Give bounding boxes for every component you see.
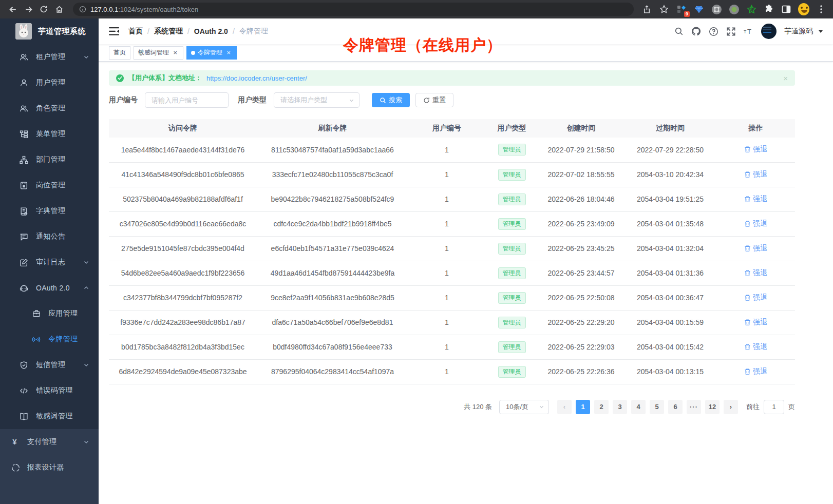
- doc-alert: 【用户体系】文档地址： https://doc.iocoder.cn/user-…: [109, 70, 795, 86]
- site-info-icon[interactable]: [79, 6, 86, 13]
- sidebar-item-post[interactable]: 岗位管理: [0, 172, 99, 198]
- bookmark-star-icon[interactable]: [658, 4, 670, 15]
- sidebar-item-oauth2-app[interactable]: 应用管理: [0, 301, 99, 326]
- force-logout-link[interactable]: 强退: [744, 342, 767, 352]
- page-button-12[interactable]: 12: [705, 400, 720, 414]
- cell-expire-time: 2022-07-29 22:28:50: [624, 138, 716, 162]
- force-logout-link[interactable]: 强退: [744, 195, 767, 204]
- close-tab-icon[interactable]: ×: [172, 49, 179, 56]
- cell-create-time: 2022-06-25 22:26:36: [538, 359, 624, 384]
- force-logout-link[interactable]: 强退: [744, 219, 767, 228]
- sidebar-item-report[interactable]: 报表设计器: [0, 455, 99, 480]
- chevron-down-icon: [83, 362, 89, 368]
- cell-refresh-token: 811c530487574fa0af1a59d3abc1aa66: [257, 138, 408, 162]
- green-star-icon[interactable]: [746, 4, 757, 15]
- search-icon[interactable]: [674, 27, 684, 36]
- tab-token[interactable]: 令牌管理×: [186, 46, 237, 60]
- puzzle-icon[interactable]: [763, 4, 774, 15]
- username[interactable]: 芋道源码: [784, 27, 813, 36]
- user-avatar[interactable]: [761, 24, 777, 39]
- command-circle-icon[interactable]: [711, 4, 722, 15]
- page-button-4[interactable]: 4: [631, 400, 646, 414]
- split-view-icon[interactable]: [781, 4, 792, 15]
- share-icon[interactable]: [641, 4, 652, 15]
- force-logout-link[interactable]: 强退: [744, 170, 767, 179]
- record-dot-icon[interactable]: [728, 4, 740, 15]
- sidebar-item-sms[interactable]: 短信管理: [0, 352, 99, 378]
- breadcrumb-item[interactable]: OAuth 2.0: [194, 27, 228, 35]
- cell-expire-time: 2054-03-04 01:31:36: [624, 261, 716, 285]
- back-icon[interactable]: [6, 3, 20, 16]
- tab-sensitive-word[interactable]: 敏感词管理×: [134, 46, 183, 60]
- force-logout-link[interactable]: 强退: [744, 367, 767, 376]
- app-logo[interactable]: 芋道管理系统: [0, 18, 99, 44]
- goto-page-input[interactable]: [764, 400, 784, 414]
- user-id-input[interactable]: [145, 92, 229, 108]
- next-page-button[interactable]: ›: [724, 400, 738, 414]
- extension-cluster-icon[interactable]: 9: [676, 4, 687, 15]
- column-header: 创建时间: [538, 119, 624, 138]
- font-size-icon[interactable]: TT: [744, 27, 753, 36]
- sidebar-item-dict[interactable]: 字典管理: [0, 198, 99, 224]
- home-icon[interactable]: [52, 3, 66, 16]
- user-type-select[interactable]: 请选择用户类型: [274, 92, 359, 108]
- sidebar-item-user[interactable]: 用户管理: [0, 70, 99, 95]
- help-icon[interactable]: [709, 27, 718, 36]
- user-menu-caret-icon[interactable]: [819, 30, 823, 33]
- user-type-badge: 管理员: [498, 193, 526, 205]
- gem-icon[interactable]: [693, 4, 705, 15]
- sidebar-item-pay[interactable]: ¥支付管理: [0, 429, 99, 455]
- prev-page-button[interactable]: ‹: [557, 400, 572, 414]
- sidebar-item-oauth2[interactable]: OAuth 2.0: [0, 275, 99, 301]
- page-button-2[interactable]: 2: [594, 400, 609, 414]
- extension-badge: 9: [684, 11, 690, 17]
- fullscreen-icon[interactable]: [726, 27, 736, 36]
- sidebar-item-tenant[interactable]: 租户管理: [0, 44, 99, 70]
- force-logout-link[interactable]: 强退: [744, 268, 767, 278]
- sidebar-item-menu[interactable]: 菜单管理: [0, 121, 99, 147]
- forward-icon[interactable]: [22, 3, 35, 16]
- user-type-badge: 管理员: [498, 366, 526, 378]
- reload-icon[interactable]: [37, 3, 50, 16]
- alert-close-icon[interactable]: ×: [783, 74, 788, 82]
- url-text: 127.0.0.1:1024/system/oauth2/token: [90, 6, 198, 13]
- force-logout-link[interactable]: 强退: [744, 318, 767, 327]
- reset-button[interactable]: 重置: [415, 93, 453, 107]
- user-type-badge: 管理员: [498, 341, 526, 353]
- sidebar-item-oauth2-token[interactable]: 令牌管理: [0, 326, 99, 352]
- user-type-badge: 管理员: [498, 267, 526, 279]
- alert-text: 【用户体系】文档地址：: [128, 73, 202, 83]
- page-size-select[interactable]: 10条/页: [499, 400, 549, 414]
- doc-link[interactable]: https://doc.iocoder.cn/user-center/: [206, 74, 307, 82]
- page-button-3[interactable]: 3: [613, 400, 627, 414]
- sidebar-item-error-code[interactable]: 错误码管理: [0, 378, 99, 403]
- cell-user-id: 1: [408, 335, 485, 359]
- force-logout-link[interactable]: 强退: [744, 293, 767, 302]
- sidebar-item-audit-log[interactable]: 审计日志: [0, 249, 99, 275]
- cell-access-token: c342377bf8b344799dcbf7bf095287f2: [109, 285, 257, 310]
- sidebar-item-sensitive-word[interactable]: 敏感词管理: [0, 403, 99, 429]
- shield-icon: [20, 361, 28, 370]
- page-button-1[interactable]: 1: [576, 400, 590, 414]
- search-button[interactable]: 搜索: [372, 93, 410, 107]
- force-logout-link[interactable]: 强退: [744, 145, 767, 154]
- profile-emoji-avatar[interactable]: [798, 4, 809, 15]
- close-tab-icon[interactable]: ×: [225, 49, 232, 56]
- user-type-badge: 管理员: [498, 243, 526, 255]
- collapse-sidebar-icon[interactable]: [109, 27, 119, 35]
- browser-menu-kebab-icon[interactable]: [816, 4, 827, 15]
- pager-ellipsis[interactable]: ···: [687, 400, 701, 414]
- breadcrumb-item[interactable]: 首页: [128, 27, 143, 36]
- sidebar-item-notice[interactable]: 通知公告: [0, 224, 99, 249]
- sidebar-item-dept[interactable]: 部门管理: [0, 147, 99, 172]
- page-button-5[interactable]: 5: [650, 400, 664, 414]
- tab-home[interactable]: 首页: [109, 46, 130, 60]
- force-logout-link[interactable]: 强退: [744, 244, 767, 253]
- breadcrumb-item[interactable]: 系统管理: [154, 27, 183, 36]
- page-button-6[interactable]: 6: [668, 400, 683, 414]
- sidebar-item-role[interactable]: 角色管理: [0, 95, 99, 121]
- github-icon[interactable]: [691, 27, 701, 36]
- user-type-badge: 管理员: [498, 144, 526, 156]
- column-header: 刷新令牌: [257, 119, 408, 138]
- url-bar[interactable]: 127.0.0.1:1024/system/oauth2/token: [73, 3, 634, 16]
